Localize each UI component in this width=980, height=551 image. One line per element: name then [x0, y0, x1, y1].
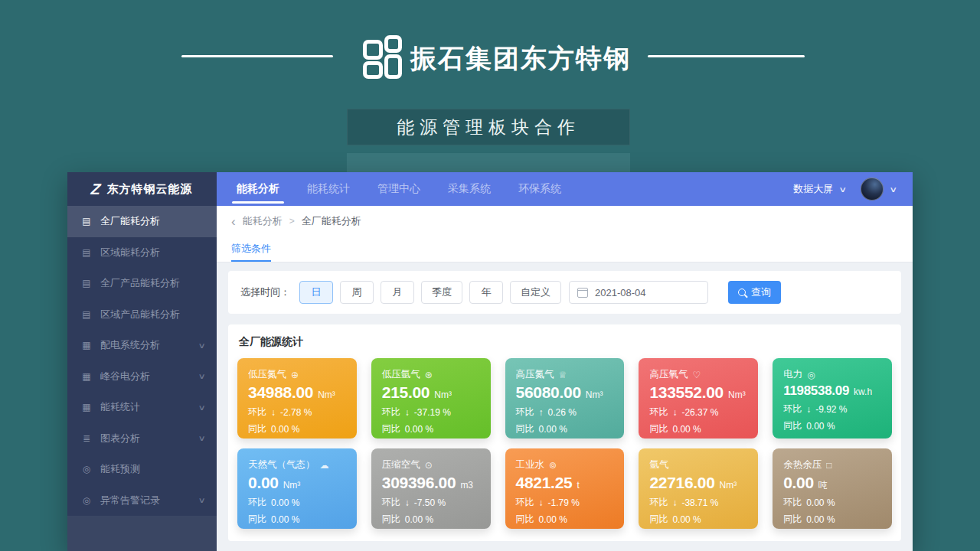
stat-card[interactable]: 高压氧气 ♡ 133552.00 Nm³ 环比 ↓ -26.37 % [639, 358, 758, 439]
date-value: 2021-08-04 [595, 287, 646, 298]
top-nav-item-label: 能耗统计 [307, 182, 350, 196]
sidebar-item[interactable]: ▤ 区域能耗分析 [67, 237, 217, 269]
tab-filter-conditions[interactable]: 筛选条件 [231, 236, 271, 262]
time-range-button[interactable]: 月 [381, 281, 414, 304]
energy-type-icon: ⊛ [425, 370, 433, 380]
ratio-label: 环比 [783, 496, 802, 509]
stat-value: 133552.00 [649, 383, 724, 402]
yoy-value: 0.00 % [405, 424, 433, 435]
stat-cards-grid: 低压氮气 ⊕ 34988.00 Nm³ 环比 ↓ -2.78 % [237, 358, 892, 529]
top-nav-item[interactable]: 管理中心 [367, 172, 431, 206]
stat-card-value-row: 309396.00 m3 [382, 474, 480, 492]
time-range-button[interactable]: 季度 [421, 281, 462, 304]
ratio-value: -1.79 % [548, 497, 580, 508]
yoy-label: 同比 [649, 422, 668, 435]
stat-card[interactable]: 压缩空气 ⊙ 309396.00 m3 环比 ↓ -7.50 % [371, 448, 491, 529]
top-nav-item[interactable]: 环保系统 [508, 172, 572, 206]
ratio-value: -26.37 % [681, 407, 718, 418]
content-area: ‹ 能耗分析 > 全厂能耗分析 筛选条件 选择时间： 日 周 [217, 206, 913, 551]
trend-arrow-icon: ↓ [672, 407, 677, 418]
time-range-button[interactable]: 自定义 [510, 281, 561, 304]
sidebar-item-label: 全厂产品能耗分析 [100, 276, 180, 290]
calendar-icon [577, 288, 588, 298]
sidebar-item[interactable]: ▤ 区域产品能耗分析 [67, 299, 217, 331]
yoy-value: 0.00 % [672, 514, 701, 525]
yoy-line: 同比 0.00 % [516, 513, 614, 526]
stat-value: 22716.00 [649, 474, 714, 492]
stat-card[interactable]: 低压氮气 ⊕ 34988.00 Nm³ 环比 ↓ -2.78 % [237, 358, 357, 439]
energy-type-icon: ♕ [559, 370, 567, 380]
stat-card[interactable]: 低压氩气 ⊛ 215.00 Nm³ 环比 ↓ -37.19 % [371, 358, 491, 439]
data-screen-link[interactable]: 数据大屏 [793, 182, 833, 196]
back-icon[interactable]: ‹ [231, 215, 236, 228]
sidebar-item-label: 配电系统分析 [100, 338, 160, 352]
ratio-line: 环比 ↓ -26.37 % [649, 406, 747, 419]
sidebar-item-label: 峰谷电分析 [100, 370, 150, 383]
stat-value: 56080.00 [516, 383, 581, 402]
menu-icon: ◎ [81, 464, 92, 474]
yoy-label: 同比 [516, 513, 534, 526]
stat-unit: 吨 [818, 479, 828, 492]
yoy-label: 同比 [783, 419, 802, 432]
stat-card-value-row: 1198538.09 kw.h [783, 383, 881, 399]
stat-card-header: 高压氧气 ♡ [649, 368, 747, 381]
sidebar-item[interactable]: ◎ 能耗预测 [67, 454, 217, 485]
ratio-line: 环比 ↓ -7.50 % [382, 496, 480, 509]
chevron-down-icon: ∨ [198, 341, 205, 350]
chevron-down-icon[interactable]: ∨ [839, 185, 848, 194]
query-button[interactable]: 查询 [728, 281, 781, 304]
sidebar-item[interactable]: ≣ 图表分析 ∨ [67, 423, 217, 455]
stat-value: 309396.00 [382, 474, 456, 492]
trend-arrow-icon: ↓ [672, 497, 677, 508]
breadcrumb-item[interactable]: 能耗分析 [243, 214, 283, 228]
stat-card[interactable]: 天然气（气态） ☁ 0.00 Nm³ 环比 0.00 % [237, 448, 357, 529]
energy-type-icon: ⊚ [549, 460, 557, 471]
time-range-button[interactable]: 周 [340, 281, 374, 304]
sidebar-item-label: 全厂能耗分析 [100, 214, 160, 228]
stat-card-header: 低压氮气 ⊕ [248, 368, 346, 381]
top-nav-item[interactable]: 能耗分析 [226, 172, 290, 206]
sidebar-item[interactable]: ▦ 配电系统分析 ∨ [67, 330, 217, 361]
stat-card-value-row: 133552.00 Nm³ [649, 383, 747, 402]
stat-card[interactable]: 余热余压 □ 0.00 吨 环比 0.00 % [773, 448, 892, 529]
stat-card[interactable]: 高压氮气 ♕ 56080.00 Nm³ 环比 ↑ 0.26 % [505, 358, 625, 439]
yoy-value: 0.00 % [271, 424, 299, 435]
stat-card[interactable]: 氩气 22716.00 Nm³ 环比 ↓ -38.71 % [639, 448, 758, 529]
stat-card[interactable]: 工业水 ⊚ 4821.25 t 环比 ↓ -1.79 % [505, 448, 625, 529]
energy-type-icon: ⊙ [425, 460, 433, 471]
yoy-label: 同比 [516, 422, 534, 435]
energy-type-icon: ♡ [692, 370, 701, 380]
sidebar-item[interactable]: ▤ 全厂产品能耗分析 [67, 268, 217, 299]
time-range-group: 日 周 月 季度 年 自定义 [299, 281, 561, 304]
ratio-value: -37.19 % [414, 407, 451, 418]
menu-icon: ▦ [81, 340, 92, 350]
yoy-line: 同比 0.00 % [248, 422, 346, 435]
time-range-button-label: 周 [352, 286, 362, 298]
stat-card-value-row: 0.00 Nm³ [248, 474, 346, 492]
yoy-label: 同比 [382, 513, 400, 526]
yoy-value: 0.00 % [405, 514, 433, 525]
energy-stats-panel: 全厂能源统计 低压氮气 ⊕ 34988.00 Nm³ [228, 324, 901, 541]
stat-card-header: 工业水 ⊚ [516, 458, 614, 471]
date-picker[interactable]: 2021-08-04 [569, 281, 708, 304]
sidebar-footer [67, 516, 217, 551]
sidebar-item[interactable]: ◎ 异常告警记录 ∨ [67, 485, 217, 517]
stat-card[interactable]: 电力 ◎ 1198538.09 kw.h 环比 ↓ -9.92 % [773, 358, 892, 439]
sidebar-item[interactable]: ▦ 峰谷电分析 ∨ [67, 361, 217, 393]
time-range-button[interactable]: 年 [469, 281, 503, 304]
ratio-label: 环比 [382, 496, 400, 509]
time-range-button[interactable]: 日 [299, 281, 333, 304]
chevron-down-icon[interactable]: ∨ [889, 185, 897, 194]
ratio-value: -38.71 % [681, 497, 718, 508]
yoy-value: 0.00 % [539, 424, 567, 435]
sidebar-item[interactable]: ▤ 全厂能耗分析 [67, 206, 217, 237]
stat-card-header: 电力 ◎ [783, 368, 881, 381]
top-nav-item[interactable]: 采集系统 [437, 172, 501, 206]
top-nav-item[interactable]: 能耗统计 [296, 172, 361, 206]
avatar[interactable] [861, 178, 884, 201]
stat-card-header: 压缩空气 ⊙ [382, 458, 480, 471]
trend-arrow-icon: ↓ [405, 497, 410, 508]
breadcrumb-block: ‹ 能耗分析 > 全厂能耗分析 筛选条件 [217, 206, 913, 262]
sidebar-item[interactable]: ▦ 能耗统计 ∨ [67, 392, 217, 423]
yoy-line: 同比 0.00 % [382, 513, 480, 526]
